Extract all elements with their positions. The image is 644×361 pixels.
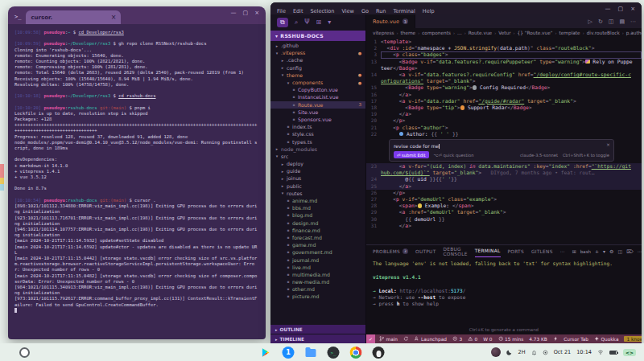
code-line[interactable]: 18 <Badge type="tip"> Support Radar</Bad… bbox=[366, 105, 642, 111]
menu-file[interactable]: File bbox=[277, 8, 286, 14]
status-item-0[interactable]: 0 bbox=[468, 336, 477, 342]
more-actions-icon[interactable]: ⋯ bbox=[630, 18, 636, 25]
explorer-icon[interactable]: ⧉ bbox=[277, 18, 288, 27]
app-linux-penguin-icon[interactable] bbox=[373, 347, 385, 359]
code-line[interactable]: 25 </a> bbox=[366, 183, 642, 190]
terminal-titlebar[interactable]: >_ cursor. × —▢× bbox=[8, 6, 266, 24]
maximize-icon[interactable]: ▢ bbox=[618, 6, 624, 12]
panel-tab-ports[interactable]: PORTS bbox=[508, 245, 524, 257]
code-line[interactable]: 27 <p v-if="demoUrl" class="example"> bbox=[366, 196, 642, 203]
tree-item-index.ts[interactable]: ▪index.ts bbox=[270, 123, 365, 130]
tree-item-picture.md[interactable]: ▪picture.md bbox=[270, 293, 365, 300]
panel-tab-debug-console[interactable]: DEBUG CONSOLE bbox=[443, 245, 467, 257]
code-line[interactable]: 13 <Badge v-if="data.features?.requirePu… bbox=[366, 59, 642, 72]
status-item-quokka[interactable]: Quokka bbox=[594, 336, 618, 342]
breadcrumb-item[interactable]: theme bbox=[400, 31, 415, 35]
code-line[interactable]: 28 <span> Example: </span> bbox=[366, 203, 642, 209]
tree-item-forecast.md[interactable]: ▪forecast.md bbox=[270, 234, 365, 241]
breadcrumb[interactable]: vitepress›theme›components›…›Route.vue›V… bbox=[366, 28, 642, 37]
tree-item-.cache[interactable]: ▸.cache bbox=[270, 56, 365, 64]
dropdown-icon[interactable]: ▾ bbox=[603, 248, 605, 254]
code-line[interactable]: 15 <Badge type="warning"> Config Require… bbox=[366, 84, 642, 91]
tree-item-joinus[interactable]: ▸joinus bbox=[270, 174, 365, 182]
maximize-icon[interactable]: ▢ bbox=[243, 10, 249, 16]
code-line[interactable]: 2 <div :id="namespace + JSON.stringify(d… bbox=[366, 45, 642, 51]
status-item-sync[interactable] bbox=[403, 336, 409, 342]
tree-item-Route.vue[interactable]: ▪Route.vue3 bbox=[270, 101, 365, 109]
panel-tab-gitlens[interactable]: GITLENS bbox=[531, 245, 553, 257]
tree-item-finance.md[interactable]: ▪finance.md bbox=[270, 227, 365, 234]
integrated-terminal[interactable]: The language 'env' is not loaded, fallin… bbox=[366, 257, 642, 326]
tree-item-Sponsors.vue[interactable]: ▪Sponsors.vue bbox=[270, 116, 365, 123]
tree-item-design.md[interactable]: ▪design.md bbox=[270, 219, 365, 227]
split-editor-icon[interactable]: ◫ bbox=[609, 18, 614, 25]
avatar[interactable] bbox=[491, 347, 501, 357]
tree-item-deploy[interactable]: ▸deploy bbox=[270, 160, 365, 167]
status-item-cursor-tab[interactable]: Cursor Tab bbox=[564, 337, 588, 342]
model-selector[interactable]: claude-3.5-sonnet bbox=[520, 153, 558, 158]
tree-item-routes[interactable]: ▾routes bbox=[270, 190, 365, 197]
tree-item-Site.vue[interactable]: ▪Site.vue bbox=[270, 109, 365, 116]
app-play-store-icon[interactable] bbox=[260, 347, 272, 359]
code-line[interactable]: 29 <a :href="demoUrl" target="_blank"> bbox=[366, 209, 642, 215]
layout-icon[interactable]: ▤ bbox=[619, 18, 625, 25]
source-control-icon[interactable]: Ψ bbox=[304, 19, 309, 26]
tree-item-public[interactable]: ▸public bbox=[270, 183, 365, 190]
breadcrumb-item[interactable]: template bbox=[559, 31, 580, 35]
tree-item-.github[interactable]: ▸.github bbox=[270, 42, 365, 49]
tree-item-blog.md[interactable]: ▪blog.md bbox=[270, 211, 365, 219]
inline-ai-chat-widget[interactable]: ×revise code for me⏎ submit Edit⌥⏎ quick… bbox=[389, 139, 614, 162]
vscode-window-controls[interactable]: —▢× bbox=[605, 6, 636, 12]
status-item-launchpad[interactable]: Launchpad bbox=[414, 336, 446, 342]
refresh-icon[interactable]: ↻ bbox=[598, 18, 603, 25]
tree-item-other.md[interactable]: ▪other.md bbox=[270, 285, 365, 293]
code-line[interactable]: 19 </a> bbox=[366, 111, 642, 117]
run-icon[interactable]: ▷ bbox=[588, 18, 592, 25]
more-icon[interactable]: ⋯ bbox=[638, 248, 642, 254]
breadcrumb-item[interactable]: {} "Route.vue" bbox=[518, 31, 553, 35]
code-line[interactable]: 31 </a> bbox=[366, 223, 642, 229]
tree-item-node_modules[interactable]: ▸node_modules bbox=[270, 146, 365, 153]
terminal-tab-close-icon[interactable]: × bbox=[111, 14, 117, 21]
breadcrumb-item[interactable]: div.routeBlock bbox=[587, 31, 620, 35]
tree-item-live.md[interactable]: ▪live.md bbox=[270, 264, 365, 271]
code-line[interactable]: 21 <p class="author"> bbox=[366, 125, 642, 131]
breadcrumb-item[interactable]: Route.vue bbox=[469, 31, 492, 35]
launcher-button[interactable] bbox=[19, 347, 30, 358]
ai-chat-input[interactable]: revise code for me bbox=[394, 142, 609, 151]
breadcrumb-item[interactable]: … bbox=[457, 31, 462, 35]
tree-item-multimedia.md[interactable]: ▪multimedia.md bbox=[270, 271, 365, 278]
code-line[interactable]: 26 </p> bbox=[366, 190, 642, 196]
code-line[interactable]: 14 <a v-if="data.features?.requireConfig… bbox=[366, 72, 642, 84]
status-item-main[interactable]: main bbox=[379, 336, 398, 342]
status-item-1-known-issue[interactable]: 1 known issue bbox=[624, 336, 642, 342]
tree-item-types.ts[interactable]: ▪types.ts bbox=[270, 137, 365, 145]
breadcrumb-item[interactable]: Vetur bbox=[498, 31, 510, 35]
app-files-icon[interactable] bbox=[305, 347, 317, 359]
close-icon[interactable]: × bbox=[254, 10, 259, 16]
system-tray[interactable]: 2H Oct 21 10:14 <> bbox=[491, 347, 644, 357]
split-terminal-icon[interactable]: ◫ bbox=[618, 248, 623, 254]
remote-indicator[interactable]: ✓ bbox=[366, 334, 375, 343]
code-line[interactable]: 3 <p class="badges"> bbox=[366, 51, 642, 58]
kill-terminal-icon[interactable]: ⌦ bbox=[626, 248, 633, 254]
app-chrome-icon[interactable] bbox=[350, 347, 362, 359]
panel-tab-problems[interactable]: PROBLEMS3 bbox=[373, 245, 408, 257]
chevron-down-icon[interactable]: ▾ bbox=[328, 19, 331, 26]
code-line[interactable]: 22 Author: {{ ' ' }} bbox=[366, 131, 642, 137]
tree-item-InstanceList.vue[interactable]: ▪InstanceList.vue bbox=[270, 93, 365, 101]
tree-item-config[interactable]: ▸config bbox=[270, 64, 365, 72]
settings-icon[interactable]: ⚙ bbox=[609, 248, 613, 254]
panel-tab-⋯[interactable]: ⋯ bbox=[560, 245, 565, 257]
code-line[interactable]: 30 {{ demoUrl }} bbox=[366, 216, 642, 223]
menu-help[interactable]: Help bbox=[423, 8, 435, 14]
code-editor[interactable]: 1<template>2 <div :id="namespace + JSON.… bbox=[366, 37, 642, 244]
tree-item-theme[interactable]: ▾theme● bbox=[270, 72, 365, 79]
status-item-4-73-kb[interactable]: 4.73 KB bbox=[529, 337, 547, 342]
tree-item-government.md[interactable]: ▪government.md bbox=[270, 248, 365, 256]
tree-item-anime.md[interactable]: ▪anime.md bbox=[270, 197, 365, 204]
tree-item-bbs.md[interactable]: ▪bbs.md bbox=[270, 204, 365, 211]
menu-selection[interactable]: Selection bbox=[310, 8, 334, 14]
menu-terminal[interactable]: Terminal bbox=[393, 8, 415, 14]
menu-view[interactable]: View bbox=[341, 8, 353, 14]
